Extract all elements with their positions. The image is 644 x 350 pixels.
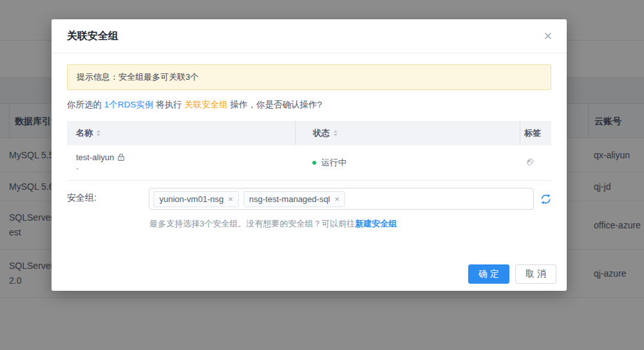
cancel-button[interactable]: 取 消 — [515, 264, 556, 284]
status-dot-icon — [312, 161, 316, 165]
dialog-footer: 确 定 取 消 — [468, 264, 556, 284]
action-name: 关联安全组 — [184, 100, 228, 109]
warning-alert: 提示信息：安全组最多可关联3个 — [67, 64, 551, 90]
security-group-select[interactable]: yunion-vm01-nsg × nsg-test-managed-sql × — [149, 188, 534, 210]
tags-icon[interactable] — [525, 158, 535, 168]
tag-label: nsg-test-managed-sql — [249, 194, 330, 204]
selected-instances-link[interactable]: 1个RDS实例 — [104, 100, 154, 109]
dialog-header: 关联安全组 ✕ — [52, 19, 567, 53]
table-row: test-aliyun - 运行中 — [67, 145, 551, 180]
column-header-status-label: 状态 — [313, 127, 330, 139]
close-icon[interactable]: ✕ — [544, 31, 553, 42]
confirm-text: 将执行 — [153, 100, 184, 109]
name-cell: test-aliyun - — [67, 145, 295, 180]
selected-tag: nsg-test-managed-sql × — [243, 191, 345, 207]
tag-cell — [520, 145, 551, 180]
instance-table: 名称 状态 标签 test-aliyun — [67, 121, 551, 181]
instance-sub-value: - — [76, 164, 79, 173]
warning-alert-text: 提示信息：安全组最多可关联3个 — [77, 71, 198, 83]
column-header-tag-label: 标签 — [524, 127, 541, 139]
instance-name: test-aliyun — [76, 152, 114, 162]
remove-tag-icon[interactable]: × — [228, 194, 233, 204]
instance-table-header: 名称 状态 标签 — [67, 121, 551, 145]
sort-icon[interactable] — [334, 130, 337, 136]
dialog-body: 提示信息：安全组最多可关联3个 你所选的 1个RDS实例 将执行 关联安全组 操… — [52, 64, 567, 230]
status-cell: 运行中 — [295, 145, 520, 180]
column-header-status[interactable]: 状态 — [295, 121, 520, 145]
sort-icon[interactable] — [97, 130, 100, 136]
helper-prefix: 最多支持选择3个安全组。没有想要的安全组？可以前往 — [149, 219, 355, 228]
create-security-group-link[interactable]: 新建安全组 — [355, 219, 397, 228]
confirm-button[interactable]: 确 定 — [468, 264, 509, 284]
remove-tag-icon[interactable]: × — [335, 194, 340, 204]
refresh-icon[interactable] — [540, 194, 551, 205]
tag-label: yunion-vm01-nsg — [159, 194, 223, 204]
security-group-form-row: 安全组: yunion-vm01-nsg × nsg-test-managed-… — [67, 188, 551, 210]
column-header-name[interactable]: 名称 — [67, 121, 295, 145]
helper-text: 最多支持选择3个安全组。没有想要的安全组？可以前往新建安全组 — [149, 218, 551, 230]
column-header-name-label: 名称 — [76, 127, 93, 139]
dialog-title: 关联安全组 — [67, 30, 118, 43]
confirm-text: 操作，你是否确认操作? — [228, 100, 322, 109]
selected-tag: yunion-vm01-nsg × — [153, 191, 238, 207]
security-group-label: 安全组: — [67, 188, 149, 204]
confirm-text: 你所选的 — [67, 100, 104, 109]
column-header-tag: 标签 — [520, 121, 551, 145]
associate-security-group-dialog: 关联安全组 ✕ 提示信息：安全组最多可关联3个 你所选的 1个RDS实例 将执行… — [52, 19, 567, 291]
confirm-sentence: 你所选的 1个RDS实例 将执行 关联安全组 操作，你是否确认操作? — [67, 98, 551, 111]
lock-icon — [117, 153, 125, 161]
status-text: 运行中 — [321, 157, 346, 169]
